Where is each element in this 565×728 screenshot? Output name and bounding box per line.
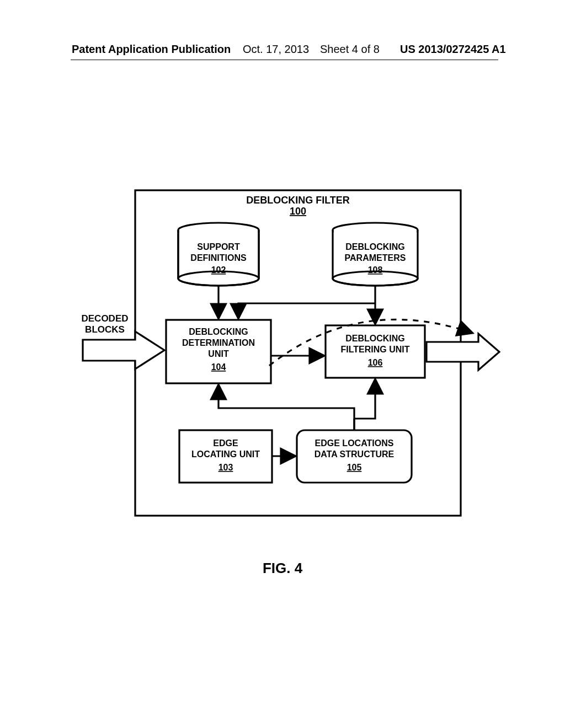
support-ref: 102 <box>211 265 226 275</box>
publication-type: Patent Application Publication <box>72 43 231 56</box>
support-label-1: SUPPORT <box>197 242 240 251</box>
support-label-2: DEFINITIONS <box>190 253 247 263</box>
determ-label-1: DEBLOCKING <box>189 327 248 336</box>
in-label-1: DECODED <box>81 313 128 324</box>
elu-label-2: LOCATING UNIT <box>191 449 260 459</box>
determ-label-2: DETERMINATION <box>182 338 255 347</box>
params-label-2: PARAMETERS <box>345 253 406 263</box>
elds-label-2: DATA STRUCTURE <box>315 449 395 459</box>
elds-ref: 105 <box>347 463 362 472</box>
cylinder-deblocking-parameters: DEBLOCKING PARAMETERS 108 <box>333 223 418 286</box>
determ-ref: 104 <box>211 362 226 372</box>
filt-label-2: FILTERING UNIT <box>340 345 409 354</box>
elds-label-1: EDGE LOCATIONS <box>315 438 394 448</box>
header-rule <box>71 60 498 60</box>
block-diagram: DEBLOCKING FILTER 100 SUPPORT DEFINITION… <box>72 190 502 532</box>
publication-date: Oct. 17, 2013 <box>243 43 309 56</box>
container-ref: 100 <box>290 206 306 217</box>
container-title: DEBLOCKING FILTER <box>246 195 350 206</box>
params-label-1: DEBLOCKING <box>345 242 405 251</box>
params-ref: 108 <box>368 265 383 275</box>
cylinder-support-definitions: SUPPORT DEFINITIONS 102 <box>178 223 259 286</box>
publication-number: US 2013/0272425 A1 <box>400 43 506 56</box>
filt-ref: 106 <box>368 358 383 367</box>
figure-caption: FIG. 4 <box>0 560 565 577</box>
elu-label-1: EDGE <box>213 438 238 448</box>
elu-ref: 103 <box>218 463 233 472</box>
determ-label-3: UNIT <box>208 349 229 358</box>
sheet-indicator: Sheet 4 of 8 <box>320 43 380 56</box>
in-label-2: BLOCKS <box>85 324 125 335</box>
filt-label-1: DEBLOCKING <box>345 334 405 343</box>
